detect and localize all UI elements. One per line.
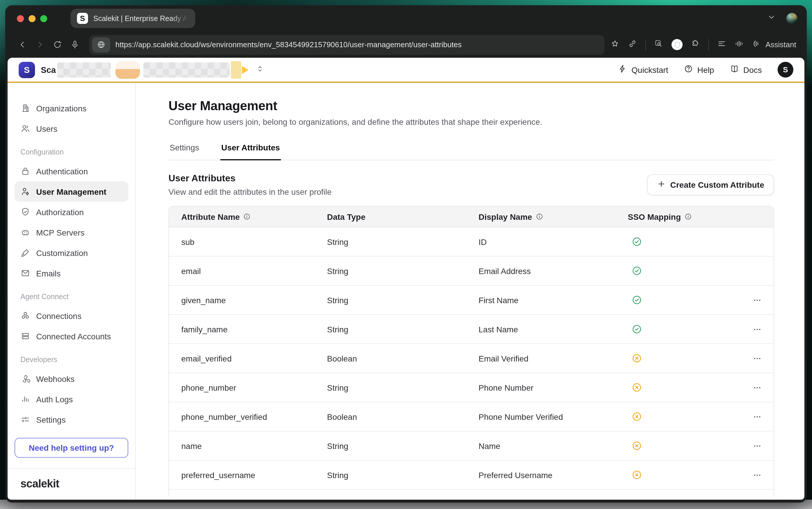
- sidebar-item-settings[interactable]: Settings: [14, 409, 128, 430]
- sidebar-item-users[interactable]: Users: [14, 118, 128, 139]
- table-row: preferred_usernameStringPreferred Userna…: [169, 461, 774, 490]
- sidebar-section-label: Agent Connect: [21, 293, 122, 301]
- bar-chart-icon: [21, 394, 30, 404]
- table-row: emailStringEmail Address: [169, 257, 774, 286]
- extensions-puzzle-icon[interactable]: [691, 39, 700, 50]
- scalekit-logo: S: [19, 62, 35, 78]
- search-zoom-icon[interactable]: [654, 39, 664, 50]
- robot-icon: [21, 227, 30, 237]
- data-type-cell: Boolean: [327, 353, 479, 363]
- sidebar-nav: OrganizationsUsersConfigurationAuthentic…: [14, 98, 128, 430]
- reading-list-icon[interactable]: [717, 39, 727, 50]
- row-actions-button[interactable]: [750, 322, 764, 336]
- address-bar[interactable]: https://app.scalekit.cloud/ws/environmen…: [89, 35, 605, 55]
- browser-profile-avatar[interactable]: [786, 13, 798, 24]
- quickstart-button[interactable]: Quickstart: [618, 64, 668, 75]
- need-help-button[interactable]: Need help setting up?: [14, 438, 128, 458]
- create-custom-attribute-button[interactable]: Create Custom Attribute: [647, 174, 774, 195]
- sidebar-item-connections[interactable]: Connections: [14, 306, 128, 326]
- organizations-icon: [21, 103, 30, 113]
- row-actions-button[interactable]: [750, 468, 764, 482]
- minimize-button[interactable]: [29, 15, 36, 22]
- table-header: Attribute Name Data Type Display Name SS…: [169, 206, 774, 227]
- assistant-button[interactable]: Assistant: [752, 39, 797, 50]
- sidebar-item-authentication[interactable]: Authentication: [14, 161, 128, 181]
- row-actions-button[interactable]: [750, 380, 764, 395]
- attribute-name-cell: preferred_username: [181, 470, 327, 480]
- info-icon[interactable]: [243, 213, 251, 220]
- sso-unmapped-x-icon: [631, 440, 642, 451]
- table-row: email_verifiedBooleanEmail Verified: [169, 344, 774, 373]
- assistant-wave-icon: [752, 39, 762, 50]
- sidebar-item-authorization[interactable]: Authorization: [14, 202, 128, 222]
- sidebar-item-auth-logs[interactable]: Auth Logs: [14, 389, 128, 409]
- user-avatar[interactable]: S: [778, 62, 793, 77]
- assistant-label: Assistant: [766, 40, 797, 49]
- table-row: phone_number_verifiedBooleanPhone Number…: [169, 402, 774, 432]
- sidebar-item-label: Connected Accounts: [36, 332, 111, 341]
- sidebar-item-label: User Management: [36, 187, 106, 196]
- copy-link-icon[interactable]: [628, 39, 637, 50]
- table-row: subStringID: [169, 227, 774, 257]
- row-actions-button[interactable]: [750, 439, 764, 453]
- row-actions-button[interactable]: [750, 293, 764, 307]
- info-icon[interactable]: [536, 213, 543, 220]
- scalekit-wordmark: scalekit: [14, 469, 128, 500]
- brush-icon: [21, 248, 30, 258]
- forward-button[interactable]: [31, 36, 48, 53]
- sidebar-item-organizations[interactable]: Organizations: [14, 98, 128, 118]
- browser-window: S Scalekit | Enterprise Ready A https://…: [5, 5, 807, 503]
- table-row: phone_numberStringPhone Number: [169, 373, 774, 402]
- section-description: View and edit the attributes in the user…: [169, 187, 332, 197]
- display-name-cell: Last Name: [479, 325, 628, 334]
- scalekit-app: S Sca Quickstart Help: [8, 58, 804, 500]
- sso-mapped-check-icon: [631, 295, 642, 306]
- sidebar-item-connected-accounts[interactable]: Connected Accounts: [14, 326, 128, 346]
- row-actions-button[interactable]: [750, 410, 764, 423]
- warning-triangle-icon: [242, 66, 248, 74]
- display-name-cell: ID: [479, 237, 628, 246]
- waveform-icon[interactable]: [735, 39, 744, 50]
- main-content: User Management Configure how users join…: [136, 83, 804, 500]
- display-name-cell: Email Address: [479, 266, 628, 275]
- reload-button[interactable]: [48, 36, 66, 53]
- sidebar-item-user-management[interactable]: User Management: [14, 181, 128, 202]
- bitwarden-extension-icon[interactable]: [672, 39, 683, 50]
- browser-tab[interactable]: S Scalekit | Enterprise Ready A: [71, 9, 195, 28]
- user-gear-icon: [21, 186, 30, 197]
- cubes-icon: [21, 311, 30, 321]
- tab-user-attributes[interactable]: User Attributes: [220, 137, 281, 160]
- page-subtitle: Configure how users join, belong to orga…: [169, 117, 774, 127]
- table-row: nameStringName: [169, 432, 774, 461]
- close-button[interactable]: [17, 15, 24, 22]
- back-button[interactable]: [13, 36, 31, 53]
- data-type-cell: String: [327, 237, 479, 246]
- sso-unmapped-x-icon: [631, 382, 642, 393]
- microphone-icon[interactable]: [66, 36, 83, 53]
- desktop: S Scalekit | Enterprise Ready A https://…: [0, 0, 812, 509]
- shield-check-icon: [21, 207, 30, 217]
- docs-button[interactable]: Docs: [730, 64, 762, 75]
- sidebar-item-emails[interactable]: Emails: [14, 263, 128, 283]
- sidebar-item-label: Customization: [36, 248, 88, 258]
- sidebar-item-webhooks[interactable]: Webhooks: [14, 369, 128, 389]
- info-icon[interactable]: [684, 213, 692, 220]
- chevrons-up-down-icon: [248, 64, 264, 75]
- row-actions-button[interactable]: [750, 351, 764, 365]
- display-name-cell: Phone Number: [479, 383, 628, 392]
- help-circle-icon: [684, 64, 693, 75]
- sidebar-item-label: Auth Logs: [36, 395, 73, 404]
- tab-list-chevron-icon[interactable]: [767, 13, 776, 24]
- bookmark-star-icon[interactable]: [611, 39, 620, 50]
- data-type-cell: String: [327, 441, 479, 450]
- docs-label: Docs: [743, 65, 762, 74]
- tab-settings[interactable]: Settings: [169, 137, 200, 160]
- help-button[interactable]: Help: [684, 64, 714, 75]
- workspace-switcher[interactable]: S Sca: [19, 61, 264, 78]
- data-type-cell: String: [327, 383, 479, 392]
- maximize-button[interactable]: [40, 15, 47, 22]
- create-custom-attribute-label: Create Custom Attribute: [670, 180, 764, 190]
- sidebar-item-label: Users: [36, 124, 58, 133]
- sidebar-item-customization[interactable]: Customization: [14, 242, 128, 263]
- sidebar-item-mcp-servers[interactable]: MCP Servers: [14, 222, 128, 242]
